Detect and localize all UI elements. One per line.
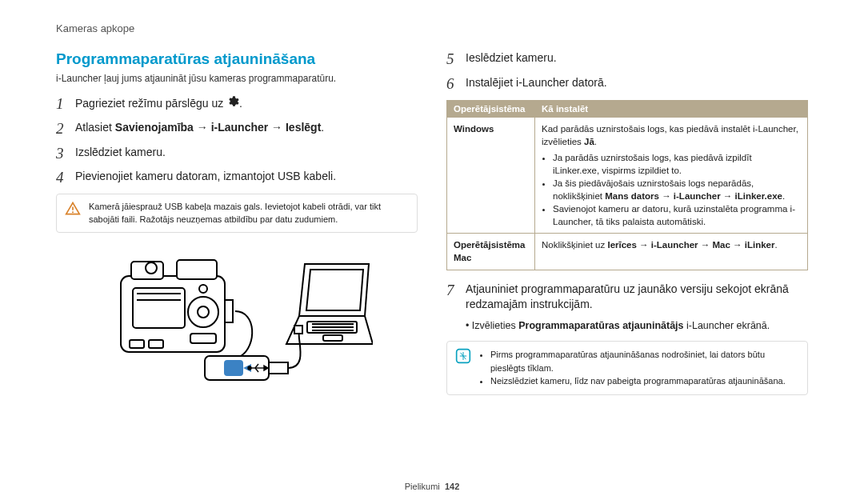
left-column: Programmaparatūras atjaunināšana i-Launc… xyxy=(56,50,418,395)
step-number: 7 xyxy=(446,282,466,300)
step-6: 6 Instalējiet i-Launcher datorā. xyxy=(446,75,808,94)
svg-point-1 xyxy=(72,211,74,213)
os-mac-instructions: Noklikšķiniet uz Ierīces → i-Launcher → … xyxy=(535,234,808,270)
os-mac-label: Operētājsistēma Mac xyxy=(447,234,535,270)
step-3: 3 Izslēdziet kameru. xyxy=(56,145,418,163)
step-number: 5 xyxy=(446,50,466,69)
step-text: Atlasiet Savienojamība → i-Launcher → Ie… xyxy=(75,120,418,136)
svg-rect-14 xyxy=(149,340,163,348)
table-header-os: Operētājsistēma xyxy=(447,100,535,117)
usb-connection-illustration xyxy=(56,244,418,387)
os-install-table: Operētājsistēma Kā instalēt Windows Kad … xyxy=(446,100,808,270)
step-4: 4 Pievienojiet kameru datoram, izmantojo… xyxy=(56,169,418,187)
step-number: 4 xyxy=(56,169,75,187)
table-header-howto: Kā instalēt xyxy=(535,100,808,117)
page-footer: Pielikumi 142 xyxy=(0,482,864,491)
step-5: 5 Ieslēdziet kameru. xyxy=(446,50,808,69)
svg-point-22 xyxy=(248,366,251,370)
svg-rect-18 xyxy=(225,361,242,375)
svg-rect-29 xyxy=(294,326,302,334)
step-number: 1 xyxy=(56,95,75,114)
step-text: Pagrieziet režīmu pārslēgu uz . xyxy=(75,95,418,113)
info-callout: Pirms programmaparatūras atjaunināšanas … xyxy=(446,341,808,395)
gear-icon xyxy=(226,95,239,113)
os-windows-label: Windows xyxy=(447,117,535,234)
section-title: Programmaparatūras atjaunināšana xyxy=(56,50,418,68)
step-7: 7 Atjauniniet programmaparatūru uz jaunā… xyxy=(446,282,808,313)
step-text: Ieslēdziet kameru. xyxy=(466,50,808,66)
step-text: Pievienojiet kameru datoram, izmantojot … xyxy=(75,169,418,185)
section-intro: i-Launcher ļauj jums atjaunināt jūsu kam… xyxy=(56,73,418,84)
step-2: 2 Atlasiet Savienojamība → i-Launcher → … xyxy=(56,120,418,138)
svg-rect-28 xyxy=(323,335,342,341)
table-row: Windows Kad parādās uznirstošais logs, k… xyxy=(447,117,808,234)
svg-rect-12 xyxy=(190,334,216,343)
table-row: Operētājsistēma Mac Noklikšķiniet uz Ier… xyxy=(447,234,808,270)
step-1: 1 Pagrieziet režīmu pārslēgu uz . xyxy=(56,95,418,114)
breadcrumb: Kameras apkope xyxy=(56,22,808,34)
step-7-sub: • Izvēlieties Programmaparatūras atjauni… xyxy=(466,319,808,334)
warning-callout: Kamerā jāiesprauž USB kabeļa mazais gals… xyxy=(56,194,418,233)
step-number: 6 xyxy=(446,75,466,94)
warning-text: Kamerā jāiesprauž USB kabeļa mazais gals… xyxy=(89,201,409,226)
info-bullet: Pirms programmaparatūras atjaunināšanas … xyxy=(490,348,799,374)
svg-rect-15 xyxy=(225,300,233,322)
svg-point-11 xyxy=(199,285,207,293)
step-number: 2 xyxy=(56,120,75,138)
svg-rect-17 xyxy=(269,362,288,374)
os-windows-instructions: Kad parādās uznirstošais logs, kas piedā… xyxy=(535,117,808,234)
step-text: Atjauniniet programmaparatūru uz jaunāko… xyxy=(466,282,808,313)
right-column: 5 Ieslēdziet kameru. 6 Instalējiet i-Lau… xyxy=(446,50,808,395)
step-text: Izslēdziet kameru. xyxy=(75,145,418,161)
svg-rect-5 xyxy=(177,260,217,279)
svg-rect-13 xyxy=(130,340,144,348)
step-number: 3 xyxy=(56,145,75,163)
info-icon xyxy=(455,348,471,388)
svg-point-10 xyxy=(198,306,209,318)
svg-point-4 xyxy=(146,262,157,274)
info-bullet: Neizslēdziet kameru, līdz nav pabeigta p… xyxy=(490,374,799,388)
warning-icon xyxy=(65,201,81,226)
step-text: Instalējiet i-Launcher datorā. xyxy=(466,75,808,91)
